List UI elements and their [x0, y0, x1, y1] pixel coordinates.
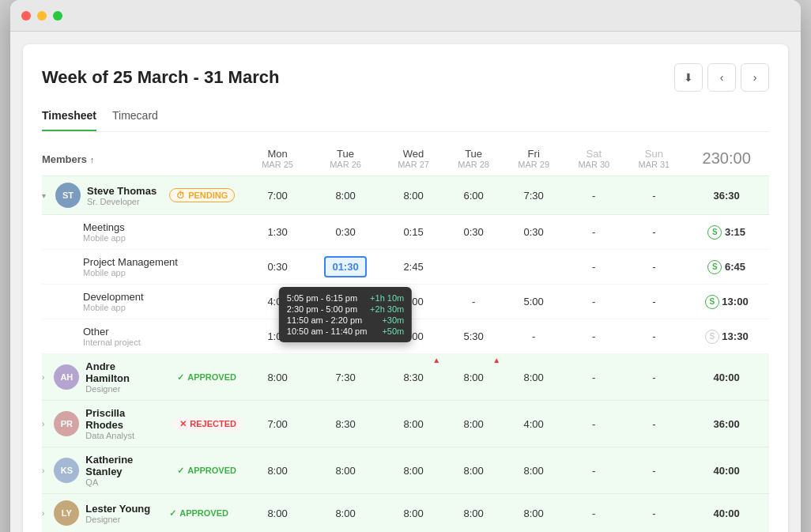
minimize-dot[interactable]	[37, 11, 47, 21]
steve-tue26[interactable]: 8:00	[307, 176, 383, 215]
priscilla-fri[interactable]: 4:00	[504, 401, 564, 447]
katherine-wed[interactable]: 8:00	[383, 447, 443, 494]
andre-sat[interactable]: -	[564, 354, 624, 401]
katherine-fri[interactable]: 8:00	[504, 447, 564, 494]
andre-tue28-flag: ▲	[492, 356, 500, 364]
col-fri: Fri MAR 29	[504, 145, 564, 176]
pm-sun[interactable]: -	[624, 250, 684, 285]
pm-s-badge: S	[707, 260, 722, 274]
priscilla-sat[interactable]: -	[564, 401, 624, 447]
priscilla-chevron[interactable]: ›	[42, 420, 44, 428]
meetings-mon[interactable]: 1:30	[247, 215, 307, 250]
lester-sat[interactable]: -	[564, 494, 624, 533]
col-wed: Wed MAR 27	[383, 145, 443, 176]
pm-tue26[interactable]: 01:30 5:05 pm - 6:15 pm +1h 10m 2:30 pm …	[307, 250, 383, 285]
priscilla-wed[interactable]: 8:00	[383, 401, 443, 447]
other-project: Internal project	[83, 338, 243, 347]
katherine-sun[interactable]: -	[624, 447, 684, 494]
lester-status: ✓ APPROVED	[163, 507, 235, 520]
pm-mon[interactable]: 0:30	[247, 250, 307, 285]
andre-chevron[interactable]: ›	[42, 373, 44, 382]
other-fri[interactable]: -	[504, 319, 564, 354]
pm-tue28[interactable]	[443, 250, 504, 285]
pm-wed[interactable]: 2:45	[383, 250, 443, 285]
member-row-katherine: › KS Katherine Stanley QA ✓ APPROVED 8:0…	[42, 447, 769, 494]
priscilla-avatar: PR	[54, 411, 79, 436]
other-name-cell: Other Internal project	[42, 319, 247, 354]
members-sort[interactable]: Members ↑	[42, 153, 94, 165]
lester-chevron[interactable]: ›	[42, 509, 44, 518]
meetings-tue28[interactable]: 0:30	[443, 215, 504, 250]
pm-sat[interactable]: -	[564, 250, 624, 285]
katherine-tue28[interactable]: 8:00	[443, 447, 504, 494]
lester-tue26[interactable]: 8:00	[307, 494, 383, 533]
steve-fri[interactable]: 7:30	[504, 176, 564, 215]
meetings-s-badge: S	[707, 225, 722, 240]
andre-wed[interactable]: 8:30 ▲	[383, 354, 443, 401]
priscilla-name: Priscilla Rhodes	[85, 407, 160, 431]
steve-avatar: ST	[55, 183, 81, 208]
priscilla-tue28[interactable]: 8:00	[443, 401, 504, 447]
lester-approved-icon: ✓	[169, 508, 176, 519]
katherine-chevron[interactable]: ›	[42, 466, 44, 475]
priscilla-sun[interactable]: -	[624, 401, 684, 447]
katherine-sat[interactable]: -	[564, 447, 624, 494]
other-sun[interactable]: -	[624, 319, 684, 354]
priscilla-role: Data Analyst	[85, 431, 160, 440]
steve-mon[interactable]: 7:00	[247, 176, 307, 215]
dev-sat[interactable]: -	[564, 285, 624, 319]
next-button[interactable]: ›	[741, 63, 769, 92]
lester-sun[interactable]: -	[624, 494, 684, 533]
pm-highlighted-value[interactable]: 01:30	[324, 256, 366, 277]
priscilla-tue26[interactable]: 8:30	[307, 401, 383, 447]
priscilla-mon[interactable]: 7:00	[247, 401, 307, 447]
andre-sun[interactable]: -	[624, 354, 684, 401]
pm-total: S 6:45	[684, 250, 769, 285]
member-row-priscilla: › PR Priscilla Rhodes Data Analyst ✕ REJ…	[42, 401, 769, 447]
katherine-status: ✓ APPROVED	[171, 464, 243, 477]
close-dot[interactable]	[21, 11, 31, 21]
andre-tue26[interactable]: 7:30	[307, 354, 383, 401]
steve-chevron[interactable]: ▾	[42, 191, 46, 200]
steve-sat[interactable]: -	[564, 176, 624, 215]
other-sat[interactable]: -	[564, 319, 624, 354]
steve-sun[interactable]: -	[624, 176, 684, 215]
steve-role: Sr. Developer	[87, 197, 157, 206]
pm-tooltip: 5:05 pm - 6:15 pm +1h 10m 2:30 pm - 5:00…	[279, 287, 412, 342]
meetings-tue26[interactable]: 0:30	[307, 215, 383, 250]
other-tue28[interactable]: 5:30	[443, 319, 504, 354]
katherine-role: QA	[85, 477, 158, 487]
col-mon: Mon MAR 25	[247, 145, 307, 176]
lester-wed[interactable]: 8:00	[383, 494, 443, 533]
andre-mon[interactable]: 8:00	[247, 354, 307, 401]
lester-mon[interactable]: 8:00	[247, 494, 307, 533]
members-header[interactable]: Members ↑	[42, 145, 247, 176]
andre-role: Designer	[85, 384, 158, 394]
meetings-fri[interactable]: 0:30	[504, 215, 564, 250]
steve-name: Steve Thomas	[87, 185, 157, 197]
dev-tue28[interactable]: -	[443, 285, 504, 319]
tab-timesheet[interactable]: Timesheet	[42, 104, 96, 131]
andre-fri[interactable]: 8:00	[504, 354, 564, 401]
katherine-tue26[interactable]: 8:00	[307, 447, 383, 494]
lester-tue28[interactable]: 8:00	[443, 494, 504, 533]
meetings-sat[interactable]: -	[564, 215, 624, 250]
dev-fri[interactable]: 5:00	[504, 285, 564, 319]
katherine-mon[interactable]: 8:00	[247, 447, 307, 494]
maximize-dot[interactable]	[53, 11, 62, 21]
steve-wed[interactable]: 8:00	[383, 176, 443, 215]
steve-tue28[interactable]: 6:00	[443, 176, 504, 215]
prev-button[interactable]: ‹	[707, 63, 736, 92]
dev-name: Development	[83, 291, 243, 303]
tab-timecard[interactable]: Timecard	[112, 104, 158, 131]
meetings-sun[interactable]: -	[624, 215, 684, 250]
dev-sun[interactable]: -	[624, 285, 684, 319]
meetings-wed[interactable]: 0:15	[383, 215, 443, 250]
andre-tue28[interactable]: 8:00 ▲	[443, 354, 504, 401]
tabs: Timesheet Timecard	[42, 104, 769, 132]
lester-fri[interactable]: 8:00	[504, 494, 564, 533]
col-sun: Sun MAR 31	[624, 145, 684, 176]
pm-fri[interactable]	[504, 250, 564, 285]
approved-icon: ✓	[177, 372, 184, 383]
download-button[interactable]: ⬇	[674, 63, 703, 92]
